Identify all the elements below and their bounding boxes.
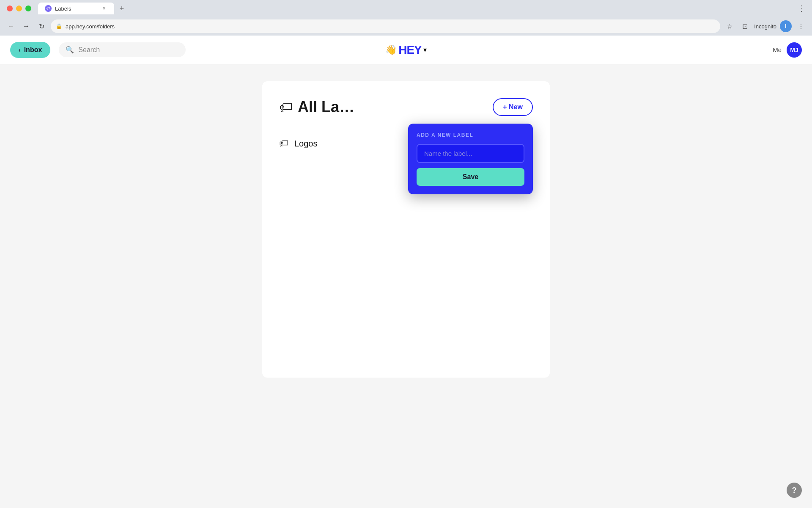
tab-title: Labels [55, 6, 71, 12]
new-tab-btn[interactable]: + [116, 3, 128, 14]
hey-logo-hand-icon: 👋 [385, 44, 397, 55]
browser-menu-btn[interactable]: ⋮ [795, 20, 807, 32]
browser-titlebar: 🏷 Labels × + ⋮ [0, 0, 812, 17]
new-label-button[interactable]: + New [493, 98, 533, 116]
new-button-wrapper: + New ADD A NEW LABEL Save [493, 98, 533, 116]
window-maximize-btn[interactable] [25, 6, 31, 11]
bookmark-btn[interactable]: ☆ [724, 20, 735, 32]
app-header: ‹ Inbox 🔍 Search 👋 HEY ▾ Me MJ [0, 36, 812, 64]
add-label-popup: ADD A NEW LABEL Save [408, 124, 533, 194]
search-icon: 🔍 [66, 46, 74, 54]
label-item-name: Logos [294, 139, 318, 149]
profile-avatar: I [780, 20, 792, 32]
inbox-button[interactable]: ‹ Inbox [10, 42, 50, 58]
back-btn[interactable]: ← [5, 20, 17, 32]
page-title: All La… [298, 98, 354, 116]
browser-toolbar: ← → ↻ 🔒 app.hey.com/folders ☆ ⊡ Incognit… [0, 17, 812, 36]
page-container: 🏷 All La… + New ADD A NEW LABEL Save 🏷 L… [262, 81, 550, 378]
page-header: 🏷 All La… + New ADD A NEW LABEL Save [279, 98, 533, 116]
extensions-btn[interactable]: ⊡ [739, 20, 751, 32]
lock-icon: 🔒 [56, 23, 62, 29]
window-minimize-btn[interactable] [16, 6, 22, 11]
page-title-area: 🏷 All La… [279, 98, 354, 116]
search-bar[interactable]: 🔍 Search [59, 42, 186, 57]
profile-label: Incognito [754, 23, 776, 30]
inbox-chevron-icon: ‹ [19, 47, 21, 53]
window-close-btn[interactable] [7, 6, 13, 11]
toolbar-actions: ☆ ⊡ Incognito I ⋮ [724, 20, 807, 32]
me-label: Me [773, 46, 782, 53]
user-avatar[interactable]: MJ [787, 42, 802, 58]
address-bar[interactable]: 🔒 app.hey.com/folders [51, 19, 720, 33]
header-right: Me MJ [773, 42, 802, 58]
reload-btn[interactable]: ↻ [36, 20, 47, 32]
browser-tabs: 🏷 Labels × + [38, 3, 798, 14]
inbox-label: Inbox [24, 46, 42, 54]
url-text: app.hey.com/folders [66, 23, 115, 30]
browser-more-btn[interactable]: ⋮ [798, 4, 805, 13]
popup-title: ADD A NEW LABEL [417, 132, 524, 138]
labels-page-icon: 🏷 [279, 99, 293, 115]
search-placeholder-text: Search [78, 46, 100, 54]
tab-favicon: 🏷 [45, 5, 52, 12]
tab-close-btn[interactable]: × [101, 5, 107, 12]
hey-logo-chevron-icon: ▾ [423, 46, 427, 54]
active-tab[interactable]: 🏷 Labels × [38, 3, 114, 14]
hey-logo[interactable]: 👋 HEY ▾ [385, 43, 427, 57]
popup-save-button[interactable]: Save [417, 168, 524, 186]
window-controls [7, 6, 31, 11]
label-name-input[interactable] [417, 144, 524, 163]
help-button[interactable]: ? [787, 483, 802, 498]
forward-btn[interactable]: → [20, 20, 32, 32]
main-content: 🏷 All La… + New ADD A NEW LABEL Save 🏷 L… [0, 64, 812, 508]
label-item-icon: 🏷 [279, 138, 288, 149]
browser-chrome: 🏷 Labels × + ⋮ ← → ↻ 🔒 app.hey.com/folde… [0, 0, 812, 36]
profile-area[interactable]: Incognito I [754, 20, 792, 32]
hey-logo-text: HEY [398, 43, 422, 57]
